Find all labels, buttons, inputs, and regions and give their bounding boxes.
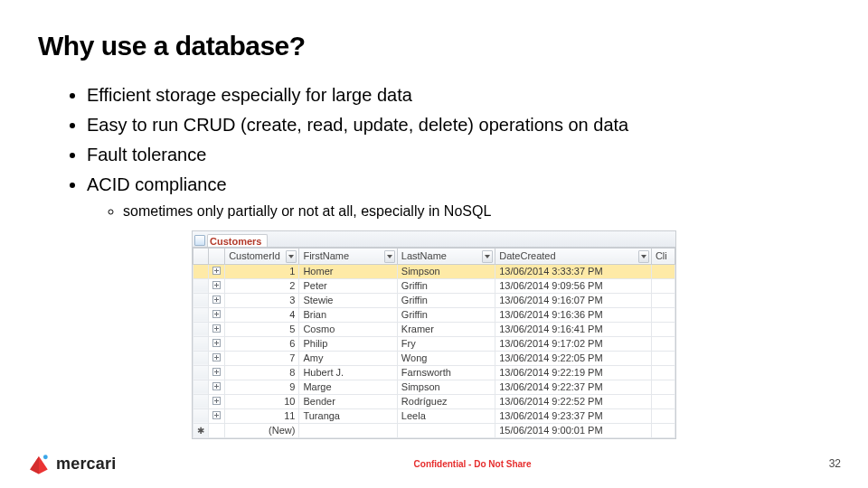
cell-firstname[interactable]: Marge xyxy=(299,380,397,394)
cell-cli[interactable] xyxy=(651,278,675,293)
cell-datecreated[interactable]: 15/06/2014 9:00:01 PM xyxy=(495,423,652,437)
cell-lastname[interactable]: Griffin xyxy=(397,278,495,293)
cell-lastname[interactable] xyxy=(397,423,495,437)
expand-icon[interactable] xyxy=(212,267,221,275)
table-tab-label[interactable]: Customers xyxy=(207,234,268,247)
cell-cli[interactable] xyxy=(651,336,675,351)
expand-cell[interactable] xyxy=(209,264,225,278)
cell-firstname[interactable]: Bender xyxy=(299,394,397,408)
cell-firstname[interactable]: Peter xyxy=(299,278,397,293)
table-row[interactable]: 3StewieGriffin13/06/2014 9:16:07 PM xyxy=(193,293,675,307)
column-header-lastname[interactable]: LastName xyxy=(397,248,495,264)
cell-customerid[interactable]: 6 xyxy=(225,336,299,351)
column-header-customerid[interactable]: CustomerId xyxy=(225,248,299,264)
cell-datecreated[interactable]: 13/06/2014 9:22:52 PM xyxy=(495,394,652,408)
dropdown-icon[interactable] xyxy=(286,250,297,263)
cell-customerid[interactable]: 9 xyxy=(225,380,299,394)
cell-cli[interactable] xyxy=(651,322,675,336)
expand-cell[interactable] xyxy=(209,380,225,394)
cell-customerid[interactable]: (New) xyxy=(225,423,299,437)
expand-cell[interactable] xyxy=(209,322,225,336)
cell-lastname[interactable]: Wong xyxy=(397,351,495,365)
table-row[interactable]: 1HomerSimpson13/06/2014 3:33:37 PM xyxy=(193,264,675,278)
expand-icon[interactable] xyxy=(212,382,221,390)
cell-firstname[interactable]: Brian xyxy=(299,307,397,322)
expand-icon[interactable] xyxy=(212,339,221,347)
cell-cli[interactable] xyxy=(651,365,675,380)
cell-cli[interactable] xyxy=(651,293,675,307)
expand-cell[interactable] xyxy=(209,278,225,293)
table-row[interactable]: 9MargeSimpson13/06/2014 9:22:37 PM xyxy=(193,380,675,394)
cell-datecreated[interactable]: 13/06/2014 9:23:37 PM xyxy=(495,408,652,423)
cell-firstname[interactable]: Philip xyxy=(299,336,397,351)
cell-firstname[interactable]: Stewie xyxy=(299,293,397,307)
cell-firstname[interactable]: Homer xyxy=(299,264,397,278)
expand-cell[interactable] xyxy=(209,307,225,322)
expand-cell[interactable] xyxy=(209,408,225,423)
cell-customerid[interactable]: 5 xyxy=(225,322,299,336)
cell-customerid[interactable]: 8 xyxy=(225,365,299,380)
expand-cell[interactable] xyxy=(209,351,225,365)
cell-datecreated[interactable]: 13/06/2014 9:22:05 PM xyxy=(495,351,652,365)
expand-cell[interactable] xyxy=(209,293,225,307)
cell-cli[interactable] xyxy=(651,264,675,278)
table-row[interactable]: 8Hubert J.Farnsworth13/06/2014 9:22:19 P… xyxy=(193,365,675,380)
cell-datecreated[interactable]: 13/06/2014 9:16:07 PM xyxy=(495,293,652,307)
cell-cli[interactable] xyxy=(651,380,675,394)
expand-icon[interactable] xyxy=(212,281,221,289)
cell-firstname[interactable]: Turanga xyxy=(299,408,397,423)
cell-customerid[interactable]: 7 xyxy=(225,351,299,365)
table-row[interactable]: 6PhilipFry13/06/2014 9:17:02 PM xyxy=(193,336,675,351)
column-header-datecreated[interactable]: DateCreated xyxy=(495,248,652,264)
expand-icon[interactable] xyxy=(212,368,221,376)
cell-datecreated[interactable]: 13/06/2014 9:09:56 PM xyxy=(495,278,652,293)
table-new-row[interactable]: ✱(New)15/06/2014 9:00:01 PM xyxy=(193,423,675,437)
table-row[interactable]: 5CosmoKramer13/06/2014 9:16:41 PM xyxy=(193,322,675,336)
cell-customerid[interactable]: 3 xyxy=(225,293,299,307)
expand-icon[interactable] xyxy=(212,296,221,304)
cell-datecreated[interactable]: 13/06/2014 9:16:36 PM xyxy=(495,307,652,322)
column-header-cli[interactable]: Cli xyxy=(651,248,675,264)
cell-lastname[interactable]: Leela xyxy=(397,408,495,423)
expand-cell[interactable] xyxy=(209,394,225,408)
expand-icon[interactable] xyxy=(212,411,221,419)
expand-icon[interactable] xyxy=(212,310,221,318)
cell-firstname[interactable] xyxy=(299,423,397,437)
table-row[interactable]: 7AmyWong13/06/2014 9:22:05 PM xyxy=(193,351,675,365)
cell-datecreated[interactable]: 13/06/2014 3:33:37 PM xyxy=(495,264,652,278)
cell-lastname[interactable]: Kramer xyxy=(397,322,495,336)
cell-lastname[interactable]: Griffin xyxy=(397,307,495,322)
dropdown-icon[interactable] xyxy=(638,250,649,263)
column-header-firstname[interactable]: FirstName xyxy=(299,248,397,264)
expand-icon[interactable] xyxy=(212,324,221,333)
cell-firstname[interactable]: Cosmo xyxy=(299,322,397,336)
cell-lastname[interactable]: Fry xyxy=(397,336,495,351)
dropdown-icon[interactable] xyxy=(482,250,493,263)
cell-lastname[interactable]: Farnsworth xyxy=(397,365,495,380)
table-row[interactable]: 10BenderRodríguez13/06/2014 9:22:52 PM xyxy=(193,394,675,408)
cell-customerid[interactable]: 10 xyxy=(225,394,299,408)
cell-firstname[interactable]: Hubert J. xyxy=(299,365,397,380)
cell-firstname[interactable]: Amy xyxy=(299,351,397,365)
table-row[interactable]: 11TurangaLeela13/06/2014 9:23:37 PM xyxy=(193,408,675,423)
cell-customerid[interactable]: 1 xyxy=(225,264,299,278)
cell-lastname[interactable]: Simpson xyxy=(397,380,495,394)
cell-customerid[interactable]: 11 xyxy=(225,408,299,423)
expand-cell[interactable] xyxy=(209,336,225,351)
cell-customerid[interactable]: 2 xyxy=(225,278,299,293)
cell-customerid[interactable]: 4 xyxy=(225,307,299,322)
table-row[interactable]: 4BrianGriffin13/06/2014 9:16:36 PM xyxy=(193,307,675,322)
expand-icon[interactable] xyxy=(212,353,221,361)
cell-cli[interactable] xyxy=(651,423,675,437)
cell-datecreated[interactable]: 13/06/2014 9:17:02 PM xyxy=(495,336,652,351)
cell-cli[interactable] xyxy=(651,307,675,322)
cell-cli[interactable] xyxy=(651,351,675,365)
table-row[interactable]: 2PeterGriffin13/06/2014 9:09:56 PM xyxy=(193,278,675,293)
cell-cli[interactable] xyxy=(651,394,675,408)
cell-datecreated[interactable]: 13/06/2014 9:22:19 PM xyxy=(495,365,652,380)
expand-icon[interactable] xyxy=(212,397,221,405)
cell-lastname[interactable]: Griffin xyxy=(397,293,495,307)
cell-datecreated[interactable]: 13/06/2014 9:22:37 PM xyxy=(495,380,652,394)
cell-datecreated[interactable]: 13/06/2014 9:16:41 PM xyxy=(495,322,652,336)
expand-cell[interactable] xyxy=(209,365,225,380)
